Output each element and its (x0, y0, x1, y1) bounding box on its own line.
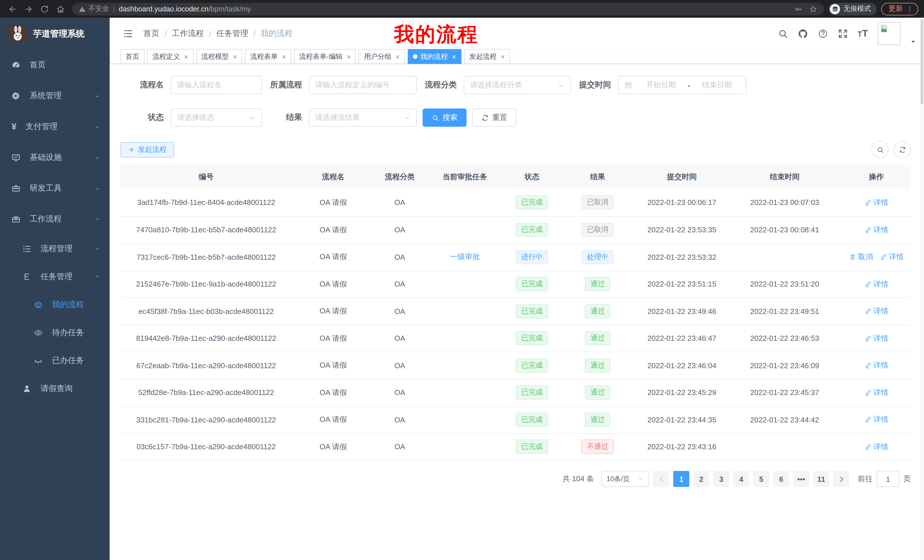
security-indicator[interactable]: 不安全 (79, 4, 109, 14)
password-key-icon[interactable] (794, 5, 802, 13)
reset-button[interactable]: 重置 (472, 108, 516, 127)
header-search-icon[interactable] (777, 28, 788, 39)
github-icon[interactable] (798, 28, 808, 39)
sidebar-item-流程管理[interactable]: 流程管理 (0, 235, 110, 263)
page-size-select[interactable]: 10条/页 (602, 471, 650, 487)
show-search-button[interactable] (872, 141, 889, 158)
breadcrumb-item[interactable]: 工作流程 (172, 28, 204, 39)
back-icon[interactable] (8, 4, 17, 13)
sidebar-item-支付管理[interactable]: ¥支付管理 (0, 111, 110, 142)
tab-首页[interactable]: 首页 (120, 49, 144, 64)
tab-流程模型[interactable]: 流程模型× (196, 49, 242, 64)
sidebar-item-已办任务[interactable]: 已办任务 (0, 346, 110, 374)
action-详情-button[interactable]: 详情 (864, 388, 888, 398)
help-icon[interactable] (818, 28, 828, 39)
close-tab-icon[interactable]: × (396, 52, 400, 61)
action-详情-button[interactable]: 详情 (864, 415, 888, 425)
cell-process-id: 3ad174fb-7b9d-11ec-8404-acde48001122 (120, 198, 292, 207)
sidebar-item-工作流程[interactable]: 工作流程 (0, 204, 110, 235)
cell-end-time: 2022-01-22 23:45:37 (728, 388, 842, 397)
search-button[interactable]: 搜索 (423, 108, 466, 127)
action-详情-button[interactable]: 详情 (864, 361, 888, 371)
reload-icon[interactable] (40, 4, 49, 13)
action-详情-button[interactable]: 详情 (864, 198, 888, 208)
cell-process-name: OA 请假 (292, 361, 375, 371)
fullscreen-icon[interactable] (837, 28, 848, 39)
column-header-当前审批任务: 当前审批任务 (425, 172, 505, 182)
edit-icon (864, 199, 871, 206)
action-详情-button[interactable]: 详情 (864, 306, 888, 316)
close-tab-icon[interactable]: × (501, 52, 505, 61)
cell-end-time: 2022-01-22 23:49:51 (728, 307, 842, 316)
search-icon (876, 146, 884, 153)
sidebar-item-基础设施[interactable]: 基础设施 (0, 142, 110, 173)
address-bar[interactable]: 不安全 dashboard.yudao.iocoder.cn/bpm/task/… (72, 3, 824, 15)
home-icon[interactable] (56, 4, 65, 13)
sidebar-item-首页[interactable]: 首页 (0, 49, 110, 81)
font-size-icon[interactable]: TT (858, 28, 868, 39)
page-button-2[interactable]: 2 (693, 471, 709, 487)
tab-发起流程[interactable]: 发起流程× (464, 49, 510, 64)
sidebar-item-我的流程[interactable]: 我的流程 (0, 290, 110, 319)
bookmark-star-icon[interactable] (809, 5, 817, 13)
page-button-1[interactable]: 1 (673, 471, 689, 487)
sidebar-item-待办任务[interactable]: 待办任务 (0, 319, 110, 346)
page-button-5[interactable]: 5 (753, 471, 769, 487)
logo-image (9, 26, 27, 42)
browser-update-button[interactable]: 更新 (881, 3, 918, 15)
tab-用户分组[interactable]: 用户分组× (359, 49, 405, 64)
action-详情-button[interactable]: 详情 (864, 279, 888, 289)
scrollbar-thumb[interactable] (921, 19, 923, 105)
filter-select-结果[interactable]: 请选择流结果 (309, 108, 417, 127)
page-ellipsis[interactable]: ••• (793, 471, 809, 487)
forward-icon[interactable] (24, 4, 33, 13)
filter-select-流程分类[interactable]: 请选择流程分类 (464, 76, 571, 94)
action-详情-button[interactable]: 详情 (864, 442, 888, 452)
sidebar-toggle-icon[interactable] (118, 28, 138, 39)
chevron-down-icon (94, 154, 100, 161)
tab-流程表单[interactable]: 流程表单× (245, 49, 291, 64)
filter-daterange-提交时间[interactable]: 开始日期-结束日期 (618, 76, 746, 94)
avatar[interactable] (878, 22, 901, 45)
sidebar-item-研发工具[interactable]: 研发工具 (0, 173, 110, 204)
action-详情-button[interactable]: 详情 (864, 333, 888, 344)
breadcrumb-item[interactable]: 首页 (143, 28, 159, 39)
filter-input-流程名[interactable]: 请输入流程名 (171, 76, 262, 94)
app-logo[interactable]: 芋道管理系统 (0, 18, 110, 49)
cell-submit-time: 2022-01-22 23:43:16 (636, 443, 728, 451)
cell-process-id: 52ffd28e-7b9a-11ec-a290-acde48001122 (120, 388, 292, 397)
current-task-link[interactable]: 一级审批 (450, 252, 480, 262)
close-tab-icon[interactable]: × (184, 52, 188, 61)
tab-我的流程[interactable]: 我的流程× (408, 49, 461, 64)
close-tab-icon[interactable]: × (452, 52, 456, 61)
action-详情-button[interactable]: 详情 (864, 225, 888, 235)
filter-input-所属流程[interactable]: 请输入流程定义的编号 (309, 76, 417, 94)
close-tab-icon[interactable]: × (346, 52, 351, 61)
tab-流程定义[interactable]: 流程定义× (147, 49, 193, 64)
avatar-caret-icon[interactable] (910, 39, 916, 45)
goto-page-input[interactable] (877, 471, 900, 487)
refresh-table-button[interactable] (894, 141, 911, 158)
filter-select-状态[interactable]: 请选择状态 (171, 108, 262, 127)
page-button-11[interactable]: 11 (813, 471, 829, 487)
tab-流程表单-编辑[interactable]: 流程表单-编辑× (294, 49, 356, 64)
action-取消-button[interactable]: 取消 (849, 252, 873, 262)
close-tab-icon[interactable]: × (233, 52, 237, 61)
page-button-6[interactable]: 6 (773, 471, 789, 487)
start-process-button[interactable]: 发起流程 (120, 142, 174, 157)
next-page-button[interactable] (833, 471, 849, 487)
scrollbar[interactable] (920, 18, 924, 560)
close-tab-icon[interactable]: × (282, 52, 286, 61)
breadcrumb-item[interactable]: 任务管理 (216, 28, 248, 39)
sidebar-item-label: 流程管理 (40, 244, 72, 254)
toolbox-icon (11, 184, 21, 193)
sidebar-item-请假查询[interactable]: 请假查询 (0, 374, 110, 403)
browser-nav (6, 4, 68, 13)
prev-page-button[interactable] (653, 471, 669, 487)
page-button-4[interactable]: 4 (733, 471, 749, 487)
browser-menu-icon[interactable] (906, 5, 913, 12)
action-详情-button[interactable]: 详情 (880, 252, 904, 262)
sidebar-item-任务管理[interactable]: 任务管理 (0, 263, 110, 290)
page-button-3[interactable]: 3 (713, 471, 729, 487)
sidebar-item-系统管理[interactable]: 系统管理 (0, 81, 110, 111)
